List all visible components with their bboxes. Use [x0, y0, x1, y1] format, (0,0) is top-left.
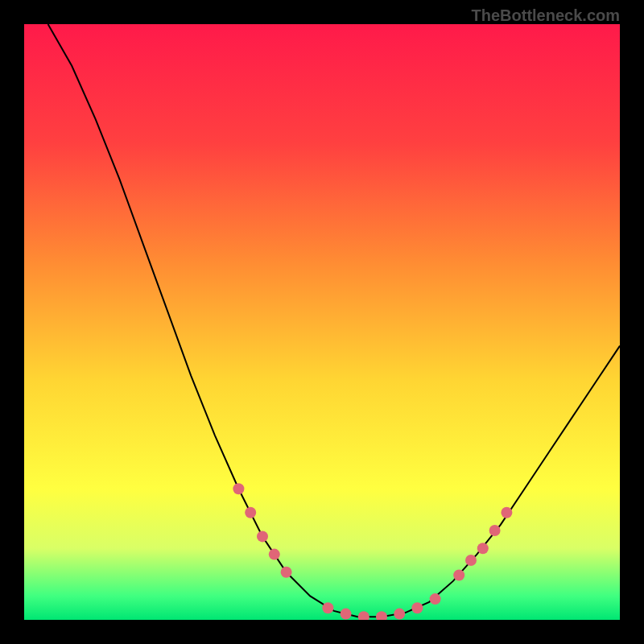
marker-dot	[430, 593, 441, 605]
marker-dot	[341, 609, 352, 620]
marker-dot	[411, 602, 423, 613]
marker-dot	[269, 549, 280, 560]
marker-dot	[322, 602, 333, 613]
watermark-text: TheBottleneck.com	[472, 6, 620, 25]
marker-dot	[233, 483, 244, 494]
marker-dot	[245, 507, 256, 518]
marker-dot	[453, 570, 464, 581]
marker-dot	[477, 543, 489, 554]
bottleneck-curve	[48, 24, 620, 617]
marker-dot	[281, 567, 292, 578]
data-markers	[233, 483, 512, 620]
marker-dot	[376, 611, 387, 620]
marker-dot	[358, 611, 369, 620]
marker-dot	[465, 555, 477, 566]
curve-layer	[24, 24, 620, 620]
marker-dot	[394, 609, 405, 620]
marker-dot	[501, 507, 512, 518]
marker-dot	[257, 530, 268, 542]
plot-area	[24, 24, 620, 620]
marker-dot	[489, 525, 501, 536]
